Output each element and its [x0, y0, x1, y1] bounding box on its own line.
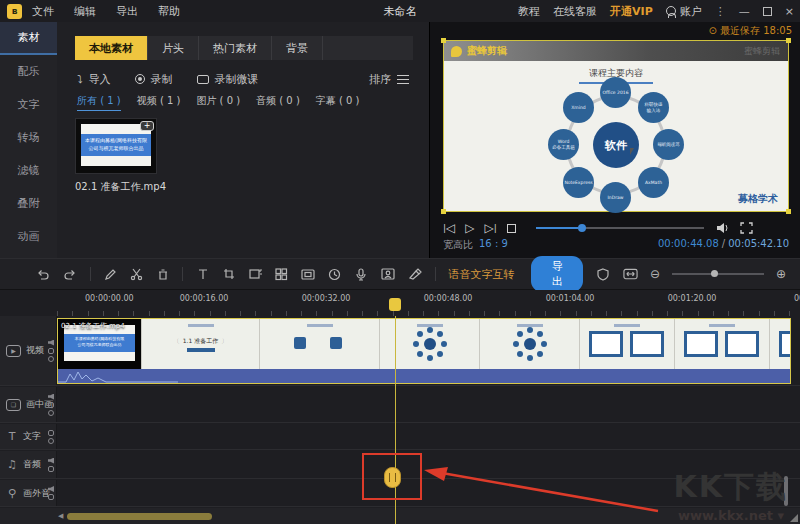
- tab-hot-media[interactable]: 热门素材: [199, 36, 272, 60]
- timeline-video-clip[interactable]: 02.1 准备工作.mp4 本课程由募格(网络科技有限 公司与横兀老师联合出品 …: [57, 318, 791, 384]
- selection-handle[interactable]: [441, 209, 446, 214]
- sidebar-item-media[interactable]: 素材: [0, 22, 57, 55]
- more-menu-icon[interactable]: ⋮: [715, 5, 726, 18]
- speed-icon[interactable]: [328, 267, 341, 282]
- mute-icon[interactable]: [48, 486, 54, 492]
- text-track-icon: T: [6, 431, 18, 443]
- tab-local-media[interactable]: 本地素材: [75, 36, 148, 60]
- filter-audio[interactable]: 音频 ( 0 ): [256, 94, 300, 111]
- visibility-icon[interactable]: [48, 356, 54, 362]
- autosave-status: ⊙ 最近保存 18:05: [708, 24, 792, 38]
- lock-icon[interactable]: [48, 348, 54, 354]
- aspect-ratio-value[interactable]: 16 : 9: [479, 238, 508, 252]
- add-to-track-icon[interactable]: +: [140, 121, 154, 131]
- next-frame-button[interactable]: ▷|: [485, 221, 497, 235]
- support-link[interactable]: 在线客服: [553, 4, 597, 19]
- close-button[interactable]: ×: [785, 5, 794, 18]
- screen-record-icon: [197, 75, 209, 84]
- preview-video-frame[interactable]: 蜜蜂剪辑 蜜蜂剪辑 课程主要内容 软件 Office 2016 科研快捷 输入法…: [443, 40, 789, 212]
- lock-icon[interactable]: [48, 430, 54, 436]
- menu-help[interactable]: 帮助: [158, 4, 180, 19]
- filter-all[interactable]: 所有 ( 1 ): [77, 94, 121, 111]
- lock-icon[interactable]: [48, 494, 54, 500]
- record-course-button[interactable]: 录制微课: [197, 72, 259, 87]
- stop-button[interactable]: [507, 224, 516, 233]
- account-button[interactable]: 账户: [666, 4, 702, 19]
- timeline-zoom-slider[interactable]: [672, 273, 764, 275]
- redo-icon[interactable]: [63, 267, 77, 282]
- hscroll-thumb[interactable]: [67, 513, 212, 520]
- prev-frame-button[interactable]: |◁: [443, 221, 455, 235]
- filter-video[interactable]: 视频 ( 1 ): [137, 94, 181, 111]
- scroll-left-icon[interactable]: ◀: [58, 512, 63, 520]
- seek-slider[interactable]: [536, 227, 704, 229]
- import-button[interactable]: ⤵导入: [77, 72, 111, 87]
- sidebar-item-overlay[interactable]: 叠附: [0, 187, 57, 220]
- mute-icon[interactable]: [48, 394, 54, 400]
- sidebar-item-animation[interactable]: 动画: [0, 220, 57, 253]
- volume-icon[interactable]: [716, 222, 730, 234]
- tab-background[interactable]: 背景: [272, 36, 323, 60]
- selection-handle[interactable]: [786, 38, 791, 43]
- maximize-button[interactable]: [763, 7, 772, 16]
- track-text-header[interactable]: T 文字: [0, 424, 57, 449]
- marker-flag-icon[interactable]: [596, 267, 611, 282]
- pip-zoom-icon[interactable]: [301, 267, 315, 282]
- sidebar-item-music[interactable]: 配乐: [0, 55, 57, 88]
- mute-icon[interactable]: [48, 340, 54, 346]
- playhead-handle[interactable]: [389, 298, 401, 311]
- filter-subtitle[interactable]: 字幕 ( 0 ): [316, 94, 360, 111]
- selection-handle[interactable]: [786, 209, 791, 214]
- export-button[interactable]: 导出: [531, 256, 582, 292]
- menu-file[interactable]: 文件: [32, 4, 54, 19]
- mic-icon[interactable]: [354, 267, 367, 282]
- menu-edit[interactable]: 编辑: [74, 4, 96, 19]
- mute-icon[interactable]: [48, 458, 54, 464]
- crop-icon[interactable]: [223, 267, 236, 282]
- delete-icon[interactable]: [156, 267, 169, 282]
- undo-icon[interactable]: [36, 267, 50, 282]
- zoom-knob[interactable]: [711, 270, 718, 277]
- watermark-ghost: 蜜蜂剪辑: [744, 45, 780, 58]
- timeline-ruler[interactable]: 00:00:00.00 00:00:16.00 00:00:32.00 00:0…: [57, 290, 800, 316]
- fullscreen-icon[interactable]: [740, 222, 753, 234]
- app-logo-icon: ʙ: [7, 4, 22, 19]
- tab-intro[interactable]: 片头: [148, 36, 199, 60]
- sidebar-item-transition[interactable]: 转场: [0, 121, 57, 154]
- marker-icon[interactable]: [408, 267, 422, 282]
- edit-icon[interactable]: [104, 267, 117, 282]
- menu-export[interactable]: 导出: [116, 4, 138, 19]
- play-button[interactable]: ▷: [465, 221, 474, 235]
- zoom-out-icon[interactable]: ⊖: [650, 267, 660, 281]
- sort-button[interactable]: 排序: [369, 72, 409, 87]
- filter-image[interactable]: 图片 ( 0 ): [196, 94, 240, 111]
- diagram-node: NoteExpress: [563, 167, 594, 198]
- minimize-button[interactable]: —: [739, 5, 750, 18]
- split-scissors-icon[interactable]: [130, 267, 143, 282]
- sidebar-item-text[interactable]: 文字: [0, 88, 57, 121]
- tutorial-link[interactable]: 教程: [518, 4, 540, 19]
- media-clip-thumbnail[interactable]: 本课程由募格(网络科技有限 公司与横兀老师联合出品 +: [75, 118, 157, 174]
- record-button[interactable]: 录制: [135, 72, 173, 87]
- portrait-icon[interactable]: [381, 267, 395, 282]
- track-pip-header[interactable]: ❏ 画中画: [0, 387, 57, 422]
- filmstrip-thumb: [260, 319, 380, 369]
- visibility-icon[interactable]: [48, 438, 54, 444]
- track-voiceover-header[interactable]: ⚲ 画外音: [0, 480, 57, 506]
- zoom-in-icon[interactable]: ⊕: [776, 267, 786, 281]
- sort-icon: [397, 75, 409, 84]
- selection-handle[interactable]: [441, 38, 446, 43]
- mosaic-icon[interactable]: [275, 267, 288, 282]
- sidebar-item-filter[interactable]: 滤镜: [0, 154, 57, 187]
- seek-knob[interactable]: [578, 224, 586, 232]
- freeze-frame-icon[interactable]: [249, 267, 262, 282]
- text-tool-icon[interactable]: [196, 267, 209, 282]
- track-video-header[interactable]: ▶ 视频: [0, 316, 57, 385]
- speech-text-button[interactable]: 语音文字互转: [448, 267, 514, 282]
- fit-timeline-icon[interactable]: [623, 267, 638, 282]
- visibility-icon[interactable]: [48, 410, 54, 416]
- lock-icon[interactable]: [48, 402, 54, 408]
- lock-icon[interactable]: [48, 466, 54, 472]
- vip-button[interactable]: 开通VIP: [610, 4, 653, 19]
- track-audio-header[interactable]: ♫ 音频: [0, 451, 57, 478]
